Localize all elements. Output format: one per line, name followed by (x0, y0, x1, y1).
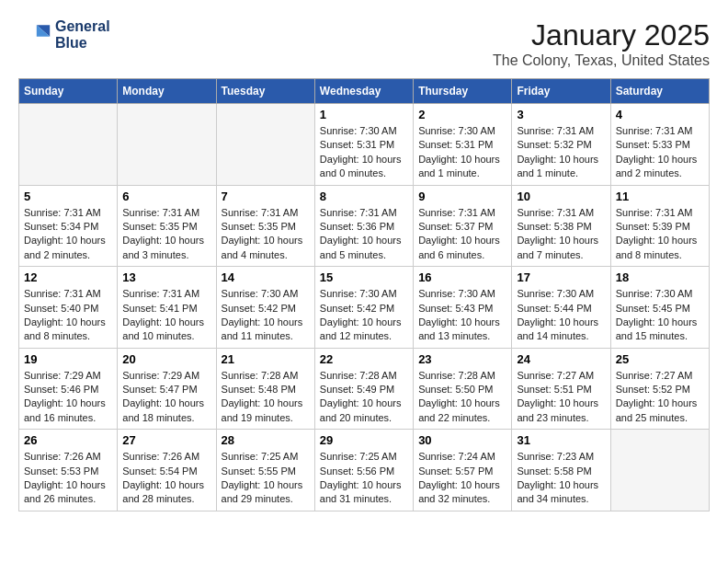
sunrise-label: Sunrise: 7:28 AM (418, 370, 495, 381)
calendar-cell: 11Sunrise: 7:31 AMSunset: 5:39 PMDayligh… (610, 185, 709, 267)
calendar-cell: 23Sunrise: 7:28 AMSunset: 5:50 PMDayligh… (414, 348, 512, 430)
weekday-header: Monday (118, 79, 216, 104)
daylight-label: Daylight: 10 hours and 16 minutes. (24, 397, 106, 422)
calendar-cell: 8Sunrise: 7:31 AMSunset: 5:36 PMDaylight… (314, 185, 413, 267)
sunset-label: Sunset: 5:41 PM (122, 303, 197, 314)
sunrise-label: Sunrise: 7:29 AM (24, 370, 101, 381)
daylight-label: Daylight: 10 hours and 1 minute. (418, 154, 500, 178)
day-info: Sunrise: 7:29 AMSunset: 5:46 PMDaylight:… (24, 369, 112, 426)
day-info: Sunrise: 7:31 AMSunset: 5:36 PMDaylight:… (320, 206, 408, 263)
calendar-cell: 13Sunrise: 7:31 AMSunset: 5:41 PMDayligh… (118, 267, 216, 349)
day-number: 31 (517, 433, 605, 447)
sunset-label: Sunset: 5:33 PM (616, 139, 690, 150)
day-info: Sunrise: 7:30 AMSunset: 5:31 PMDaylight:… (320, 124, 408, 181)
day-number: 15 (320, 270, 408, 284)
logo-text: General Blue (55, 18, 110, 52)
day-number: 17 (517, 270, 605, 284)
day-info: Sunrise: 7:31 AMSunset: 5:40 PMDaylight:… (24, 287, 112, 344)
day-info: Sunrise: 7:25 AMSunset: 5:55 PMDaylight:… (222, 450, 310, 507)
calendar-week-row: 1Sunrise: 7:30 AMSunset: 5:31 PMDaylight… (19, 104, 710, 186)
day-number: 6 (122, 190, 210, 203)
sunrise-label: Sunrise: 7:30 AM (517, 288, 594, 299)
calendar-cell (19, 104, 118, 186)
calendar-cell: 28Sunrise: 7:25 AMSunset: 5:55 PMDayligh… (216, 430, 314, 511)
day-info: Sunrise: 7:26 AMSunset: 5:53 PMDaylight:… (24, 450, 112, 507)
calendar-cell: 18Sunrise: 7:30 AMSunset: 5:45 PMDayligh… (610, 267, 709, 349)
daylight-label: Daylight: 10 hours and 8 minutes. (24, 316, 106, 341)
daylight-label: Daylight: 10 hours and 10 minutes. (122, 316, 204, 341)
day-number: 21 (222, 352, 310, 366)
sunset-label: Sunset: 5:44 PM (517, 303, 591, 314)
sunset-label: Sunset: 5:42 PM (320, 303, 394, 314)
sunrise-label: Sunrise: 7:30 AM (616, 288, 693, 299)
day-number: 19 (24, 352, 112, 366)
sunset-label: Sunset: 5:46 PM (24, 384, 98, 395)
sunrise-label: Sunrise: 7:31 AM (616, 207, 693, 218)
calendar-cell (610, 430, 709, 511)
calendar-week-row: 19Sunrise: 7:29 AMSunset: 5:46 PMDayligh… (19, 348, 710, 430)
sunrise-label: Sunrise: 7:30 AM (320, 125, 397, 136)
daylight-label: Daylight: 10 hours and 13 minutes. (418, 316, 500, 341)
day-number: 30 (418, 433, 506, 447)
weekday-header: Friday (512, 79, 610, 104)
day-info: Sunrise: 7:23 AMSunset: 5:58 PMDaylight:… (517, 450, 605, 507)
day-info: Sunrise: 7:28 AMSunset: 5:49 PMDaylight:… (320, 369, 408, 426)
day-number: 27 (122, 433, 210, 447)
day-info: Sunrise: 7:30 AMSunset: 5:42 PMDaylight:… (320, 287, 408, 344)
logo-icon (18, 18, 51, 52)
sunrise-label: Sunrise: 7:31 AM (222, 207, 299, 218)
day-number: 2 (418, 108, 506, 121)
sunrise-label: Sunrise: 7:31 AM (517, 207, 594, 218)
day-info: Sunrise: 7:26 AMSunset: 5:54 PMDaylight:… (122, 450, 210, 507)
sunset-label: Sunset: 5:35 PM (122, 221, 197, 232)
calendar-cell: 15Sunrise: 7:30 AMSunset: 5:42 PMDayligh… (314, 267, 413, 349)
daylight-label: Daylight: 10 hours and 25 minutes. (616, 397, 698, 422)
day-number: 8 (320, 190, 408, 203)
sunset-label: Sunset: 5:31 PM (320, 139, 394, 150)
weekday-header: Thursday (414, 79, 512, 104)
sunset-label: Sunset: 5:36 PM (320, 221, 394, 232)
calendar-cell: 12Sunrise: 7:31 AMSunset: 5:40 PMDayligh… (19, 267, 118, 349)
calendar-week-row: 5Sunrise: 7:31 AMSunset: 5:34 PMDaylight… (19, 185, 710, 267)
day-info: Sunrise: 7:30 AMSunset: 5:31 PMDaylight:… (418, 124, 506, 181)
sunrise-label: Sunrise: 7:31 AM (517, 125, 594, 136)
calendar-cell: 21Sunrise: 7:28 AMSunset: 5:48 PMDayligh… (216, 348, 314, 430)
sunset-label: Sunset: 5:58 PM (517, 465, 591, 477)
sunrise-label: Sunrise: 7:23 AM (517, 451, 594, 462)
calendar-cell: 30Sunrise: 7:24 AMSunset: 5:57 PMDayligh… (414, 430, 512, 511)
calendar-cell: 4Sunrise: 7:31 AMSunset: 5:33 PMDaylight… (610, 104, 709, 186)
calendar-title: January 2025 (493, 18, 710, 52)
calendar-cell: 16Sunrise: 7:30 AMSunset: 5:43 PMDayligh… (414, 267, 512, 349)
sunrise-label: Sunrise: 7:29 AM (122, 370, 199, 381)
daylight-label: Daylight: 10 hours and 1 minute. (517, 154, 598, 178)
weekday-header: Wednesday (314, 79, 413, 104)
day-info: Sunrise: 7:27 AMSunset: 5:51 PMDaylight:… (517, 369, 605, 426)
calendar-cell: 5Sunrise: 7:31 AMSunset: 5:34 PMDaylight… (19, 185, 118, 267)
day-number: 14 (222, 270, 310, 284)
sunset-label: Sunset: 5:54 PM (122, 465, 197, 477)
daylight-label: Daylight: 10 hours and 31 minutes. (320, 479, 402, 504)
sunrise-label: Sunrise: 7:27 AM (616, 370, 693, 381)
sunset-label: Sunset: 5:57 PM (418, 465, 493, 477)
daylight-label: Daylight: 10 hours and 8 minutes. (616, 235, 698, 259)
calendar-cell: 3Sunrise: 7:31 AMSunset: 5:32 PMDaylight… (512, 104, 610, 186)
daylight-label: Daylight: 10 hours and 15 minutes. (616, 316, 698, 341)
daylight-label: Daylight: 10 hours and 2 minutes. (616, 154, 698, 178)
day-number: 9 (418, 190, 506, 203)
day-number: 25 (616, 352, 704, 366)
sunset-label: Sunset: 5:32 PM (517, 139, 591, 150)
title-area: January 2025 The Colony, Texas, United S… (493, 18, 710, 69)
daylight-label: Daylight: 10 hours and 2 minutes. (24, 235, 106, 259)
day-info: Sunrise: 7:31 AMSunset: 5:32 PMDaylight:… (517, 124, 605, 181)
sunrise-label: Sunrise: 7:25 AM (222, 451, 299, 462)
day-number: 24 (517, 352, 605, 366)
weekday-header-row: SundayMondayTuesdayWednesdayThursdayFrid… (19, 79, 710, 104)
calendar-cell: 17Sunrise: 7:30 AMSunset: 5:44 PMDayligh… (512, 267, 610, 349)
daylight-label: Daylight: 10 hours and 19 minutes. (222, 397, 303, 422)
weekday-header: Tuesday (216, 79, 314, 104)
sunset-label: Sunset: 5:40 PM (24, 303, 98, 314)
sunset-label: Sunset: 5:42 PM (222, 303, 296, 314)
day-number: 28 (222, 433, 310, 447)
day-number: 26 (24, 433, 112, 447)
daylight-label: Daylight: 10 hours and 0 minutes. (320, 154, 402, 178)
